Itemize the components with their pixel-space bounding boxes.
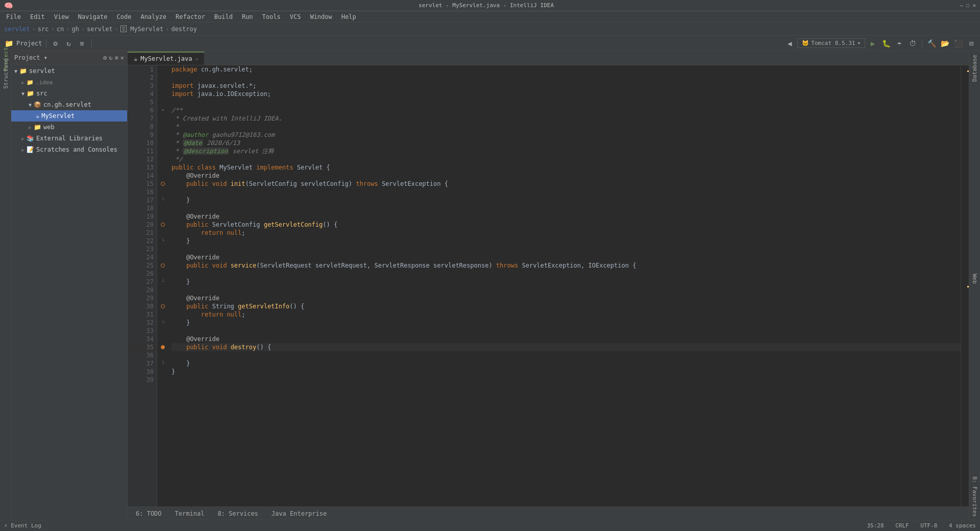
terminal-btn[interactable]: ⬛	[952, 38, 964, 49]
tree-arrow-servlet: ▼	[14, 68, 17, 74]
project-sync-btn[interactable]: ↻	[109, 54, 112, 61]
code-gutter: ▾ └	[157, 65, 168, 506]
run-config-selector[interactable]: 🐱 Tomcat 8.5.31 ▾	[797, 38, 865, 48]
cursor-position[interactable]: 35:28	[867, 522, 884, 529]
line-numbers-gutter: 1 2 3 4 5 6 7 8 9 10 11 12 13 14 15 16 1	[128, 65, 157, 506]
sync-btn[interactable]: ↻	[63, 38, 75, 49]
project-label: Project	[16, 40, 42, 47]
back-btn[interactable]: ◀	[784, 38, 795, 49]
project-header: Project ▾ ⚙ ↻ ≡ ✕	[11, 51, 127, 64]
project-expand-btn[interactable]: ≡	[115, 54, 118, 61]
editor-area: ☕ MyServlet.java ✕ 1 2 3 4 5 6 7 8	[128, 51, 969, 520]
tab-bar: ☕ MyServlet.java ✕	[128, 51, 969, 65]
close-button[interactable]: ✕	[972, 2, 976, 9]
tree-label-servlet: servlet	[29, 67, 55, 75]
database-panel-btn[interactable]: Database	[970, 53, 979, 85]
menu-run[interactable]: Run	[238, 12, 257, 21]
event-log-btn[interactable]: ⚡ Event Log	[4, 522, 41, 529]
status-right: 35:28 CRLF UTF-8 4 spaces	[867, 522, 976, 529]
folder-btn[interactable]: 📂	[939, 38, 950, 49]
tab-close-btn[interactable]: ✕	[195, 56, 198, 62]
file-tree: ▼ 📁 servlet ▶ 📁 .idea ▼ 📁 src ▼ 📦 cn.gh.…	[11, 64, 127, 520]
menu-window[interactable]: Window	[306, 12, 336, 21]
menu-build[interactable]: Build	[210, 12, 237, 21]
bc-cn[interactable]: cn	[57, 26, 64, 33]
bottom-tabs: 6: TODO Terminal 8: Services Java Enterp…	[128, 506, 969, 520]
tree-item-web[interactable]: ▶ 📁 web	[11, 122, 127, 133]
menu-analyze[interactable]: Analyze	[136, 12, 170, 21]
bc-myservlet[interactable]: 🅂 MyServlet	[120, 26, 163, 33]
encoding[interactable]: UTF-8	[920, 522, 937, 529]
menu-file[interactable]: File	[2, 12, 25, 21]
bc-servlet[interactable]: servlet	[4, 26, 30, 33]
tab-terminal[interactable]: Terminal	[169, 508, 211, 520]
breadcrumb: servlet › src › cn › gh › servlet › 🅂 My…	[4, 26, 197, 33]
tree-item-src[interactable]: ▼ 📁 src	[11, 88, 127, 99]
coverage-button[interactable]: ☂	[894, 38, 905, 49]
line-ending[interactable]: CRLF	[895, 522, 909, 529]
nav-bar: servlet › src › cn › gh › servlet › 🅂 My…	[0, 22, 980, 36]
project-dropdown[interactable]: Project ▾	[14, 54, 47, 61]
tree-item-package[interactable]: ▼ 📦 cn.gh.servlet	[11, 99, 127, 110]
build-btn[interactable]: 🔨	[926, 38, 937, 49]
tab-todo[interactable]: 6: TODO	[130, 508, 168, 520]
menu-vcs[interactable]: VCS	[286, 12, 305, 21]
toolbar-separator3	[922, 39, 922, 48]
project-panel: Project ▾ ⚙ ↻ ≡ ✕ ▼ 📁 servlet ▶ 📁 .idea	[11, 51, 128, 520]
menu-view[interactable]: View	[50, 12, 73, 21]
bc-src[interactable]: src	[38, 26, 49, 33]
code-content[interactable]: package cn.gh.servlet; import javax.serv…	[168, 65, 961, 506]
tree-item-servlet[interactable]: ▼ 📁 servlet	[11, 65, 127, 77]
status-bar: ⚡ Event Log 35:28 CRLF UTF-8 4 spaces	[0, 520, 980, 531]
tree-item-external-libs[interactable]: ▶ 📚 External Libraries	[11, 133, 127, 144]
tree-item-scratches[interactable]: ▶ 📝 Scratches and Consoles	[11, 144, 127, 155]
favorites-panel-btn[interactable]: 8: Favorites	[970, 475, 979, 520]
menu-tools[interactable]: Tools	[258, 12, 285, 21]
split-btn[interactable]: ⊟	[966, 38, 977, 49]
tree-item-idea[interactable]: ▶ 📁 .idea	[11, 77, 127, 88]
toolbar: 📁 Project ⚙ ↻ ≡ ◀ 🐱 Tomcat 8.5.31 ▾ ▶ 🐛 …	[0, 36, 980, 51]
app-title: servlet - MyServlet.java - IntelliJ IDEA	[13, 2, 960, 9]
left-icon-strip: Project Structure	[0, 51, 11, 520]
toolbar-separator2	[91, 39, 92, 48]
bc-gh[interactable]: gh	[71, 26, 79, 33]
menu-edit[interactable]: Edit	[26, 12, 49, 21]
profile-button[interactable]: ⏱	[907, 38, 918, 49]
tree-label-scratches: Scratches and Consoles	[36, 146, 117, 153]
bc-servlet2[interactable]: servlet	[87, 26, 113, 33]
debug-button[interactable]: 🐛	[880, 38, 892, 49]
menu-bar: File Edit View Navigate Code Analyze Ref…	[0, 11, 980, 22]
run-button[interactable]: ▶	[867, 38, 878, 49]
right-scroll-gutter	[961, 65, 969, 506]
indent-spaces[interactable]: 4 spaces	[949, 522, 976, 529]
tab-java-enterprise[interactable]: Java Enterprise	[265, 508, 333, 520]
menu-help[interactable]: Help	[337, 12, 360, 21]
title-bar: 🧠 servlet - MyServlet.java - IntelliJ ID…	[0, 0, 980, 11]
tab-myservlet[interactable]: ☕ MyServlet.java ✕	[128, 52, 205, 65]
window-controls[interactable]: — ☐ ✕	[960, 2, 976, 9]
maximize-button[interactable]: ☐	[966, 2, 970, 9]
main-area: Project Structure Project ▾ ⚙ ↻ ≡ ✕ ▼ 📁 …	[0, 51, 980, 520]
menu-navigate[interactable]: Navigate	[74, 12, 112, 21]
settings-btn[interactable]: ⚙	[50, 38, 61, 49]
project-settings-btn[interactable]: ⚙	[103, 54, 107, 61]
minimize-button[interactable]: —	[960, 2, 963, 9]
outer-right-panel: Database Web 8: Favorites	[969, 51, 980, 520]
web-panel-btn[interactable]: Web	[970, 272, 979, 287]
structure-icon[interactable]: Structure	[1, 66, 11, 81]
project-close-btn[interactable]: ✕	[120, 54, 124, 61]
menu-code[interactable]: Code	[113, 12, 136, 21]
bc-destroy[interactable]: destroy	[171, 26, 197, 33]
tree-item-myservlet[interactable]: ☕ MyServlet	[11, 110, 127, 122]
collapse-btn[interactable]: ≡	[77, 38, 88, 49]
tree-label-external-libs: External Libraries	[36, 135, 103, 142]
tree-icon-servlet: 📁	[19, 67, 27, 75]
tab-services[interactable]: 8: Services	[211, 508, 264, 520]
toolbar-separator	[46, 39, 46, 48]
run-area: ◀ 🐱 Tomcat 8.5.31 ▾ ▶ 🐛 ☂ ⏱ 🔨 📂 ⬛ ⊟	[784, 38, 977, 49]
menu-refactor[interactable]: Refactor	[172, 12, 209, 21]
code-editor[interactable]: 1 2 3 4 5 6 7 8 9 10 11 12 13 14 15 16 1	[128, 65, 969, 506]
